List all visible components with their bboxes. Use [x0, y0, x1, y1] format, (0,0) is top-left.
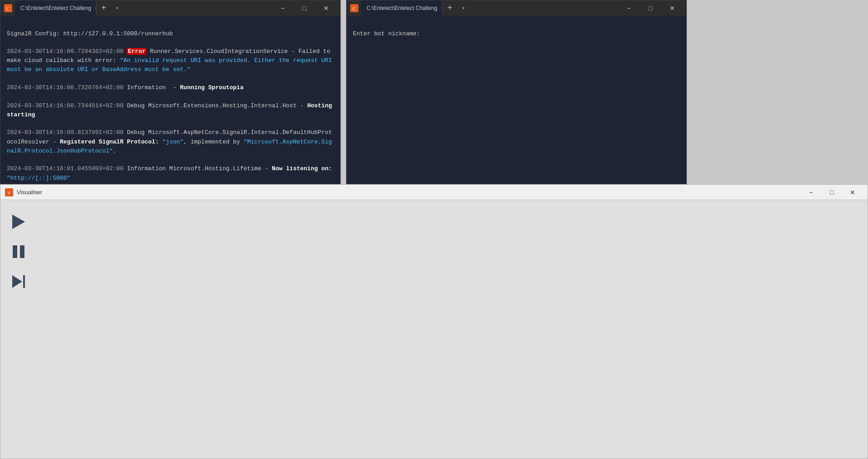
- log-line-2: 2024-03-30T14:16:00.7204383+02:00 Error …: [7, 47, 334, 74]
- pause-bar-right: [20, 245, 24, 258]
- tab-left-label: C:\Entelect\Entelect Challeng: [20, 5, 91, 11]
- pause-bar-left: [13, 245, 17, 258]
- visualiser-minimize-btn[interactable]: −: [800, 185, 821, 200]
- tab-right-main[interactable]: C:\Entelect\Entelect Challeng ✕: [361, 0, 443, 16]
- terminals-row: C C:\Entelect\Entelect Challeng ✕ + ▾ − …: [0, 0, 868, 184]
- terminal-right: C C:\Entelect\Entelect Challeng ✕ + ▾ − …: [346, 0, 687, 184]
- svg-text:V: V: [7, 190, 11, 196]
- svg-text:C: C: [352, 5, 356, 12]
- skip-next-button[interactable]: [8, 271, 29, 292]
- visualiser-maximize-btn[interactable]: □: [821, 185, 842, 200]
- terminal-icon-left: C: [4, 4, 12, 12]
- visualiser-window: V Visualiser − □ ✕: [0, 184, 868, 459]
- log-line-4: 2024-03-30T14:16:00.7344514+02:00 Debug …: [7, 101, 334, 120]
- close-btn-left[interactable]: ✕: [316, 0, 337, 16]
- window-controls-left: − □ ✕: [272, 0, 337, 16]
- visualiser-title-bar: V Visualiser − □ ✕: [0, 185, 868, 200]
- visualiser-app-icon: V: [5, 188, 13, 196]
- log-line-1: SignalR Config: http://127.0.0.1:5000/ru…: [7, 29, 334, 38]
- terminal-left: C C:\Entelect\Entelect Challeng ✕ + ▾ − …: [0, 0, 341, 184]
- visualiser-content: [0, 200, 868, 459]
- log-line-3: 2024-03-30T14:16:00.7320764+02:00 Inform…: [7, 83, 334, 92]
- visualiser-window-controls: − □ ✕: [800, 185, 863, 200]
- minimize-btn-right[interactable]: −: [618, 0, 639, 16]
- visualiser-close-btn[interactable]: ✕: [842, 185, 863, 200]
- visualiser-title: Visualiser: [17, 189, 800, 196]
- maximize-btn-left[interactable]: □: [294, 0, 315, 16]
- tab-left-main[interactable]: C:\Entelect\Entelect Challeng ✕: [15, 0, 96, 16]
- title-bar-right: C C:\Entelect\Entelect Challeng ✕ + ▾ − …: [347, 0, 686, 16]
- log-line-6: 2024-03-30T14:16:01.0455003+02:00 Inform…: [7, 164, 334, 182]
- new-tab-btn-left[interactable]: +: [96, 0, 111, 16]
- skip-next-icon: [12, 275, 25, 288]
- svg-text:C: C: [6, 5, 10, 12]
- tab-list-left: C:\Entelect\Entelect Challeng ✕ + ▾: [15, 0, 272, 16]
- skip-bar: [23, 275, 25, 288]
- new-tab-btn-right[interactable]: +: [443, 0, 457, 16]
- skip-triangle: [12, 275, 22, 288]
- tab-right-label: C:\Entelect\Entelect Challeng: [366, 5, 437, 11]
- close-btn-right[interactable]: ✕: [662, 0, 683, 16]
- tab-dropdown-left[interactable]: ▾: [111, 0, 124, 16]
- terminal-icon-right: C: [350, 4, 358, 12]
- window-controls-right: − □ ✕: [618, 0, 683, 16]
- play-icon: [12, 215, 25, 229]
- play-button[interactable]: [8, 211, 29, 233]
- tab-list-right: C:\Entelect\Entelect Challeng ✕ + ▾: [361, 0, 618, 16]
- terminal-content-right: Enter bot nickname:: [347, 16, 686, 184]
- pause-icon: [13, 245, 24, 258]
- log-line-5: 2024-03-30T14:16:00.8137091+02:00 Debug …: [7, 128, 334, 155]
- title-bar-left: C C:\Entelect\Entelect Challeng ✕ + ▾ − …: [0, 0, 340, 16]
- tab-dropdown-right[interactable]: ▾: [457, 0, 470, 16]
- media-controls: [8, 207, 860, 300]
- minimize-btn-left[interactable]: −: [272, 0, 293, 16]
- pause-button[interactable]: [8, 241, 29, 263]
- terminal-content-left: SignalR Config: http://127.0.0.1:5000/ru…: [0, 16, 340, 184]
- maximize-btn-right[interactable]: □: [640, 0, 661, 16]
- bot-nickname-prompt: Enter bot nickname:: [353, 29, 680, 38]
